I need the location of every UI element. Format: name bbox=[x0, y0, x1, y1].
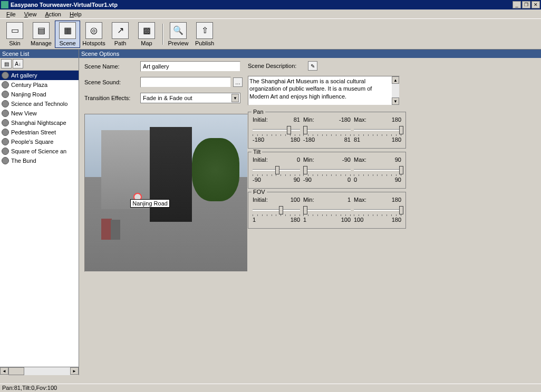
scene-item[interactable]: People's Square bbox=[0, 137, 79, 146]
fov-group: FOV Initial:100 1180 Min:1 1100 Max:180 … bbox=[248, 192, 406, 229]
sort-button[interactable]: A↓ bbox=[13, 59, 23, 68]
scroll-down-button[interactable]: ▼ bbox=[392, 97, 399, 105]
toolbar-publish[interactable]: ⇧Publish bbox=[192, 21, 217, 48]
pan-initial-slider[interactable] bbox=[253, 125, 300, 135]
map-icon: ▩ bbox=[138, 22, 155, 39]
scene-icon bbox=[2, 157, 9, 164]
scene-item[interactable]: Pedestrian Street bbox=[0, 128, 79, 137]
window-title: Easypano Tourweaver-VirtualTour1.vtp bbox=[11, 2, 511, 8]
scene-item[interactable]: Nanjing Road bbox=[0, 90, 79, 99]
scene-icon bbox=[2, 138, 9, 145]
skin-icon: ▭ bbox=[6, 22, 23, 39]
slider-thumb[interactable] bbox=[399, 166, 403, 174]
menu-help[interactable]: Help bbox=[65, 10, 86, 18]
tilt-min-slider[interactable] bbox=[303, 165, 351, 175]
tilt-min-value: -90 bbox=[342, 156, 351, 163]
publish-icon: ⇧ bbox=[196, 22, 213, 39]
scroll-up-button[interactable]: ▲ bbox=[392, 76, 399, 84]
tilt-initial-slider[interactable] bbox=[253, 165, 300, 175]
pan-min-value: -180 bbox=[339, 116, 351, 123]
tilt-min-label: Min: bbox=[303, 156, 314, 163]
toolbar-manage[interactable]: ▤Manage bbox=[28, 21, 54, 48]
slider-thumb[interactable] bbox=[279, 206, 283, 214]
fov-max-label: Max: bbox=[354, 197, 366, 203]
toolbar-map[interactable]: ▩Map bbox=[134, 21, 159, 48]
slider-thumb[interactable] bbox=[303, 126, 307, 134]
tilt-group: Tilt Initial:0 -9090 Min:-90 -900 Max:90… bbox=[248, 152, 406, 189]
tilt-max-slider[interactable] bbox=[354, 165, 401, 175]
scene-item[interactable]: Shanghai Nightscape bbox=[0, 118, 79, 128]
slider-thumb[interactable] bbox=[275, 166, 279, 174]
toolbar-hotspots[interactable]: ◎Hotspots bbox=[81, 21, 107, 48]
scene-sound-label: Scene Sound: bbox=[84, 79, 140, 85]
scene-item[interactable]: The Bund bbox=[0, 156, 79, 165]
list-view-button[interactable]: ▤ bbox=[1, 59, 12, 68]
desc-scrollbar[interactable]: ▲ ▼ bbox=[392, 76, 399, 105]
toolbar-label: Scene bbox=[59, 40, 75, 46]
maximize-button[interactable]: ❐ bbox=[522, 1, 530, 8]
minimize-button[interactable]: _ bbox=[513, 1, 521, 8]
scene-item[interactable]: Art gallery bbox=[0, 71, 79, 80]
toolbar-label: Publish bbox=[195, 40, 214, 46]
toolbar-skin[interactable]: ▭Skin bbox=[2, 21, 27, 48]
edit-desc-button[interactable]: ✎ bbox=[308, 61, 317, 71]
scene-preview[interactable]: Nanjing Road bbox=[84, 114, 248, 272]
fov-max-slider[interactable] bbox=[354, 205, 401, 215]
scene-sound-input[interactable] bbox=[140, 77, 231, 87]
fov-initial-label: Initial: bbox=[253, 197, 268, 203]
scene-item[interactable]: Science and Technolo bbox=[0, 99, 79, 109]
scroll-thumb[interactable] bbox=[8, 367, 24, 375]
slider-thumb[interactable] bbox=[399, 126, 403, 134]
scene-name-input[interactable] bbox=[140, 61, 240, 72]
scene-icon bbox=[2, 148, 9, 155]
tilt-title: Tilt bbox=[252, 149, 262, 155]
pan-max-slider[interactable] bbox=[354, 125, 401, 135]
app-icon bbox=[1, 1, 8, 8]
scene-item[interactable]: Square of Science an bbox=[0, 146, 79, 156]
toolbar-preview[interactable]: 🔍Preview bbox=[166, 21, 191, 48]
scene-icon bbox=[2, 100, 9, 107]
scene-list[interactable]: Art galleryCentury PlazaNanjing RoadScie… bbox=[0, 71, 79, 367]
main-area: Scene List ▤ A↓ Art galleryCentury Plaza… bbox=[0, 50, 541, 375]
scene-icon bbox=[2, 129, 9, 136]
pan-title: Pan bbox=[252, 109, 265, 115]
scroll-right-button[interactable]: ► bbox=[70, 367, 79, 375]
fov-initial-slider[interactable] bbox=[253, 205, 300, 215]
scroll-left-button[interactable]: ◄ bbox=[0, 367, 8, 375]
fov-min-value: 1 bbox=[347, 197, 351, 203]
scene-name-label: Scene Name: bbox=[84, 63, 140, 70]
toolbar-label: Skin bbox=[9, 40, 20, 46]
pan-initial-value: 81 bbox=[294, 116, 300, 123]
toolbar: ▭Skin▤Manage▦Scene◎Hotspots↗Path▩Map🔍Pre… bbox=[0, 19, 541, 50]
slider-thumb[interactable] bbox=[399, 206, 403, 214]
scene-list-tools: ▤ A↓ bbox=[0, 58, 79, 71]
menu-action[interactable]: Action bbox=[41, 10, 65, 18]
scene-list-hscroll[interactable]: ◄ ► bbox=[0, 367, 79, 375]
fov-min-label: Min: bbox=[303, 197, 314, 203]
scene-item-label: People's Square bbox=[11, 139, 53, 145]
pan-min-slider[interactable] bbox=[303, 125, 351, 135]
scene-item-label: Century Plaza bbox=[11, 82, 47, 88]
tilt-initial-label: Initial: bbox=[253, 156, 268, 163]
slider-thumb[interactable] bbox=[303, 166, 307, 174]
scene-item[interactable]: New View bbox=[0, 109, 79, 118]
menu-file[interactable]: File bbox=[2, 10, 20, 18]
menu-view[interactable]: View bbox=[20, 10, 41, 18]
path-icon: ↗ bbox=[112, 22, 129, 39]
scene-options-header: Scene Options bbox=[79, 50, 541, 58]
scene-desc-label: Scene Description: bbox=[248, 63, 306, 69]
scene-list-header: Scene List bbox=[0, 50, 79, 58]
close-button[interactable]: ✕ bbox=[532, 1, 540, 8]
toolbar-path[interactable]: ↗Path bbox=[108, 21, 133, 48]
slider-thumb[interactable] bbox=[287, 126, 291, 134]
browse-sound-button[interactable]: … bbox=[233, 77, 243, 87]
slider-thumb[interactable] bbox=[303, 206, 307, 214]
scene-icon bbox=[2, 72, 9, 79]
transition-select[interactable]: Fade in & Fade out ▼ bbox=[140, 93, 240, 103]
scene-desc-box[interactable]: The Shanghai Art Museum is a social cult… bbox=[248, 76, 400, 105]
fov-min-slider[interactable] bbox=[303, 205, 351, 215]
tilt-max-value: 90 bbox=[395, 156, 401, 163]
toolbar-scene[interactable]: ▦Scene bbox=[55, 21, 80, 48]
scene-item[interactable]: Century Plaza bbox=[0, 80, 79, 90]
preview-icon: 🔍 bbox=[170, 22, 187, 39]
